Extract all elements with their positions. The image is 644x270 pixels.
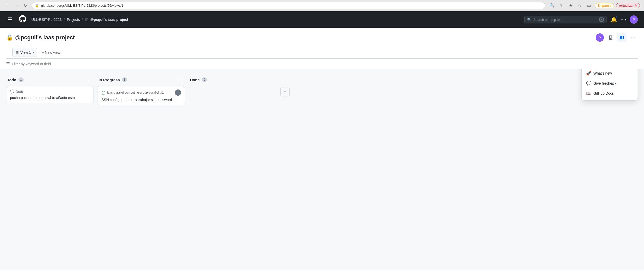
column-in-progress-count: 1 bbox=[122, 77, 127, 82]
browser-extensions-icon[interactable]: ◇ bbox=[576, 2, 583, 9]
card-issue-avatar bbox=[175, 89, 181, 96]
breadcrumb-sep2: / bbox=[82, 17, 83, 22]
column-todo: Todo 1 ⋯ Draft pucha pucha alumnoudv4 te… bbox=[6, 74, 93, 265]
project-lock-icon: 🔒 bbox=[6, 34, 13, 41]
column-done-count: 0 bbox=[202, 77, 207, 82]
draft-circle-icon bbox=[10, 89, 14, 94]
more-options-button[interactable]: ⋯ bbox=[629, 33, 638, 42]
column-done-title-group: Done 0 bbox=[190, 77, 207, 82]
browser-share-icon[interactable]: ⇧ bbox=[558, 2, 565, 9]
dropdown-menu: Workflows Archived items Settings Make a… bbox=[581, 69, 638, 101]
dropdown-github-docs-label: GitHub Docs bbox=[593, 91, 614, 95]
back-button[interactable]: ← bbox=[4, 2, 11, 9]
filter-input[interactable] bbox=[12, 62, 638, 66]
board-area: Todo 1 ⋯ Draft pucha pucha alumnoudv4 te… bbox=[0, 69, 644, 270]
card-issue-ref: ◯ iaas-parallel-computing-group-parallel… bbox=[101, 91, 164, 95]
card-draft[interactable]: Draft pucha pucha alumnoudv4 te añadio e… bbox=[6, 86, 93, 103]
whats-new-icon: 🚀 bbox=[586, 71, 591, 76]
dropdown-give-feedback-label: Give feedback bbox=[593, 81, 617, 85]
project-owner-avatar[interactable]: P bbox=[596, 33, 604, 42]
card-issue-header-row: ◯ iaas-parallel-computing-group-parallel… bbox=[101, 89, 181, 96]
new-view-button[interactable]: + New view bbox=[39, 49, 63, 56]
insights-button[interactable] bbox=[606, 33, 615, 42]
dropdown-item-github-docs[interactable]: 📖 GitHub Docs bbox=[582, 88, 638, 98]
project-title-row: 🔒 @pcgull's iaas project P ⋯ bbox=[6, 33, 638, 46]
dropdown-whats-new-label: What's new bbox=[593, 71, 612, 75]
svg-text:P: P bbox=[599, 36, 601, 40]
card-issue[interactable]: ◯ iaas-parallel-computing-group-parallel… bbox=[98, 86, 185, 105]
browser-bar: ← → ↻ 🔒 github.com/orgs/ULL-ESIT-PL-2223… bbox=[0, 0, 644, 11]
column-in-progress-header: In Progress 1 ⋯ bbox=[98, 74, 185, 86]
column-in-progress-title-group: In Progress 1 bbox=[99, 77, 127, 82]
address-url: github.com/orgs/ULL-ESIT-PL-2223/project… bbox=[41, 4, 123, 7]
browser-right-icons: 🔍 ⇧ ★ ◇ ▭ En pausa Actualizar ↻ bbox=[548, 2, 640, 9]
project-title-actions: P ⋯ bbox=[596, 33, 638, 42]
dropdown-item-give-feedback[interactable]: 💬 Give feedback bbox=[582, 78, 638, 88]
project-header: 🔒 @pcgull's iaas project P ⋯ ⊞ View 1 ▾ … bbox=[0, 28, 644, 59]
new-view-label: + New view bbox=[42, 50, 60, 55]
dropdown-item-whats-new[interactable]: 🚀 What's new bbox=[582, 69, 638, 78]
column-done-label: Done bbox=[190, 78, 200, 82]
column-in-progress-label: In Progress bbox=[99, 78, 120, 82]
card-draft-label-row: Draft bbox=[10, 89, 90, 94]
browser-sidebar-icon[interactable]: ▭ bbox=[585, 2, 593, 9]
card-issue-repo: iaas-parallel-computing-group-parallel bbox=[107, 91, 159, 94]
filter-bar: ☰ bbox=[0, 59, 644, 69]
view-tab-1[interactable]: ⊞ View 1 ▾ bbox=[12, 48, 37, 57]
card-issue-num: #1 bbox=[160, 91, 164, 94]
search-icon: 🔍 bbox=[527, 18, 531, 22]
column-todo-header: Todo 1 ⋯ bbox=[6, 74, 93, 86]
address-lock-icon: 🔒 bbox=[35, 4, 39, 7]
views-bar: ⊞ View 1 ▾ + New view bbox=[6, 46, 638, 59]
github-docs-icon: 📖 bbox=[586, 91, 591, 96]
breadcrumb-project-name[interactable]: @pcgull's iaas project bbox=[90, 17, 128, 22]
svg-point-7 bbox=[175, 89, 181, 96]
notification-dot bbox=[615, 16, 618, 18]
svg-text:P: P bbox=[632, 17, 635, 22]
column-in-progress: In Progress 1 ⋯ ◯ iaas-parallel-computin… bbox=[98, 74, 185, 265]
column-in-progress-menu-button[interactable]: ⋯ bbox=[176, 76, 184, 83]
column-done: Done 0 ⋯ bbox=[189, 74, 276, 265]
notifications-button[interactable]: 🔔 bbox=[611, 16, 617, 23]
github-header: ☰ ULL-ESIT-PL-2223 / Projects / ⊞ @pcgul… bbox=[0, 11, 644, 28]
card-draft-text: pucha pucha alumnoudv4 te añadio esto bbox=[10, 96, 90, 100]
hamburger-menu-button[interactable]: ☰ bbox=[6, 15, 14, 24]
nav-buttons: ← → ↻ bbox=[4, 2, 29, 9]
create-new-button[interactable]: ＋ ▾ bbox=[620, 17, 627, 22]
issue-open-icon: ◯ bbox=[101, 91, 106, 95]
svg-rect-6 bbox=[623, 36, 624, 39]
board-view-button[interactable] bbox=[617, 33, 627, 42]
forward-button[interactable]: → bbox=[13, 2, 20, 9]
card-issue-text: SSH configurada para trabajar sin passwo… bbox=[101, 98, 181, 102]
column-done-menu-button[interactable]: ⋯ bbox=[268, 76, 275, 83]
project-title: 🔒 @pcgull's iaas project bbox=[6, 34, 75, 41]
column-todo-count: 1 bbox=[18, 77, 24, 82]
column-todo-title-group: Todo 1 bbox=[7, 77, 24, 82]
github-logo bbox=[19, 15, 26, 24]
search-placeholder: Search or jump to... bbox=[533, 18, 562, 22]
user-avatar-button[interactable]: P bbox=[630, 15, 638, 24]
browser-star-icon[interactable]: ★ bbox=[567, 2, 574, 9]
filter-icon: ☰ bbox=[6, 61, 10, 66]
browser-update-button[interactable]: Actualizar ↻ bbox=[616, 3, 640, 8]
view-tab-chevron-icon: ▾ bbox=[33, 51, 34, 54]
browser-search-icon[interactable]: 🔍 bbox=[548, 2, 556, 9]
header-actions: 🔔 ＋ ▾ P bbox=[611, 15, 638, 24]
column-todo-menu-button[interactable]: ⋯ bbox=[85, 76, 92, 83]
give-feedback-icon: 💬 bbox=[586, 81, 591, 86]
draft-label: Draft bbox=[16, 90, 23, 94]
projects-link[interactable]: Projects bbox=[67, 17, 80, 22]
reload-button[interactable]: ↻ bbox=[22, 2, 29, 9]
view-tab-1-label: View 1 bbox=[20, 50, 31, 55]
svg-rect-5 bbox=[621, 36, 622, 39]
breadcrumb: ULL-ESIT-PL-2223 / Projects / ⊞ @pcgull'… bbox=[31, 17, 128, 22]
search-kbd: / bbox=[599, 17, 604, 22]
global-search[interactable]: 🔍 Search or jump to... / bbox=[524, 16, 607, 23]
column-done-header: Done 0 ⋯ bbox=[189, 74, 276, 86]
address-bar[interactable]: 🔒 github.com/orgs/ULL-ESIT-PL-2223/proje… bbox=[32, 2, 545, 9]
org-name[interactable]: ULL-ESIT-PL-2223 bbox=[31, 17, 62, 22]
view-tab-board-icon: ⊞ bbox=[16, 50, 19, 55]
board-icon: ⊞ bbox=[85, 17, 88, 22]
add-column-button[interactable]: + bbox=[280, 87, 290, 96]
column-todo-label: Todo bbox=[7, 78, 16, 82]
